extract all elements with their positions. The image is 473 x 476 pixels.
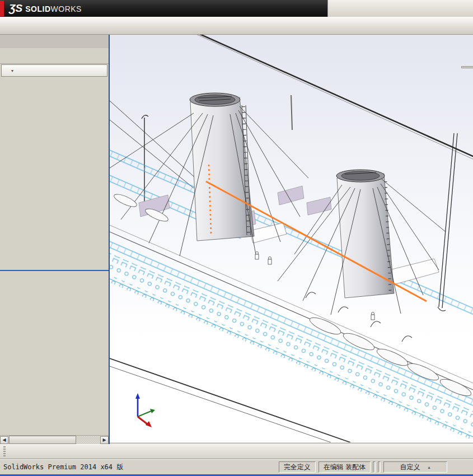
tag-icon[interactable] xyxy=(457,461,470,473)
work-area: ▾ ◀ ▶ xyxy=(0,35,473,444)
task-pane-tabs xyxy=(461,66,473,68)
status-editing-badge: 在编辑 装配体 xyxy=(319,461,371,473)
solidworks-window: ƷS SOLIDWORKS ▾ ◀ ▶ xyxy=(0,0,473,476)
quick-snaps-toolbar xyxy=(0,444,473,459)
model-titanic[interactable] xyxy=(110,35,473,442)
panel-toolbar xyxy=(0,48,109,64)
scrollbar-track[interactable] xyxy=(76,436,100,444)
graphics-area[interactable] xyxy=(110,35,473,444)
panel-horizontal-scrollbar[interactable]: ◀ ▶ xyxy=(0,435,109,444)
quick-access-toolbar xyxy=(327,0,473,17)
reference-triad xyxy=(135,393,155,427)
status-divider xyxy=(373,461,376,473)
search-icon[interactable] xyxy=(96,2,109,15)
commandmanager-tabs xyxy=(0,35,109,48)
title-bar: ƷS SOLIDWORKS xyxy=(0,0,473,17)
tree-filter[interactable]: ▾ xyxy=(1,64,107,77)
filter-caret-icon[interactable]: ▾ xyxy=(11,68,13,73)
brand-stripe xyxy=(0,1,4,16)
logo-mark: ƷS xyxy=(9,2,22,15)
scroll-right-arrow-icon[interactable]: ▶ xyxy=(100,436,109,444)
status-defined-badge: 完全定义 xyxy=(279,461,316,473)
app-logo: ƷS SOLIDWORKS xyxy=(9,2,82,15)
scrollbar-thumb[interactable] xyxy=(9,436,76,444)
featuremanager-tree xyxy=(0,77,109,269)
scroll-left-arrow-icon[interactable]: ◀ xyxy=(0,436,8,444)
selected-edge xyxy=(206,181,427,301)
feature-panel: ▾ ◀ ▶ xyxy=(0,35,110,444)
sketch-toolbar xyxy=(0,17,473,35)
status-divider xyxy=(378,461,381,473)
panel-empty-area xyxy=(0,271,109,435)
status-bar: SolidWorks Premium 2014 x64 版 完全定义 在编辑 装… xyxy=(0,459,473,474)
status-version-text: SolidWorks Premium 2014 x64 版 xyxy=(3,463,123,472)
filter-icon[interactable] xyxy=(3,67,12,74)
toolbar-drag-handle[interactable] xyxy=(3,446,6,458)
status-custom-dropdown[interactable]: 自定义▴ xyxy=(383,461,447,473)
